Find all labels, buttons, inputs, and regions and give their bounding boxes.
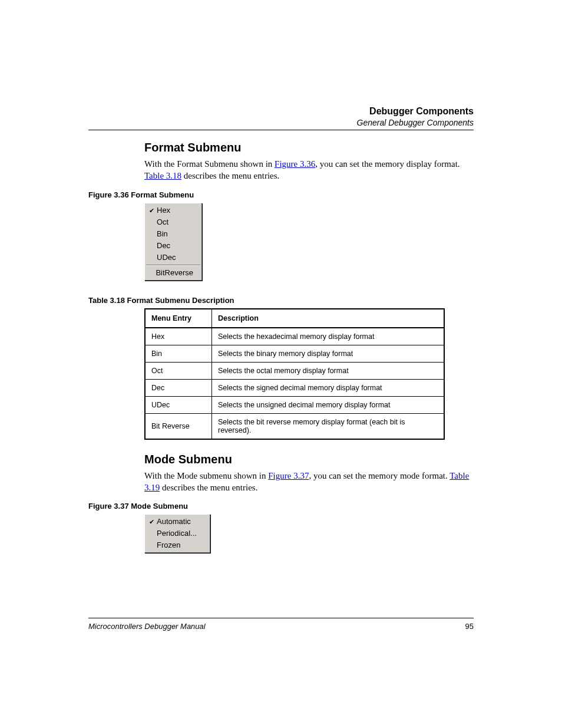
menu-item-label: Oct [157,217,168,228]
figure-3-36-caption: Figure 3.36 Format Submenu [88,190,474,199]
menu-item-frozen[interactable]: Frozen [145,539,210,551]
menu-item-label: Dec [157,241,170,251]
table-3-18-caption: Table 3.18 Format Submenu Description [88,296,474,305]
footer-manual-title: Microcontrollers Debugger Manual [88,622,206,631]
figure-3-37-caption: Figure 3.37 Mode Submenu [88,502,474,510]
text: , you can set the memory mode format. [309,471,449,480]
cell-desc: Selects the binary memory display format [212,345,445,362]
table-row: Hex Selects the hexadecimal memory displ… [145,328,444,345]
link-figure-3-36[interactable]: Figure 3.36 [275,159,315,169]
menu-item-label: Automatic [157,516,191,527]
menu-item-periodical[interactable]: Periodical... [145,528,210,539]
cell-desc: Selects the hexadecimal memory display f… [212,328,445,345]
menu-item-label: Periodical... [157,528,197,539]
text: With the Mode submenu shown in [144,471,268,480]
header-subtitle: General Debugger Components [88,118,474,127]
cell-entry: Dec [145,379,212,396]
col-header-desc: Description [212,309,445,328]
menu-item-label: Hex [157,205,170,216]
menu-item-label: UDec [157,252,176,263]
cell-desc: Selects the signed decimal memory displa… [212,379,445,396]
text: , you can set the memory display format. [315,159,459,169]
header-title: Debugger Components [88,106,474,117]
link-table-3-18[interactable]: Table 3.18 [144,171,181,180]
cell-desc: Selects the octal memory display format [212,362,445,379]
header-rule [88,130,474,130]
link-figure-3-37[interactable]: Figure 3.37 [268,471,309,480]
page-content: Debugger Components General Debugger Com… [88,106,474,645]
section1-paragraph: With the Format Submenu shown in Figure … [144,158,474,182]
check-icon: ✔ [147,516,156,527]
cell-entry: Oct [145,362,212,379]
menu-item-bin[interactable]: Bin [145,228,201,240]
text: describes the menu entries. [181,171,279,180]
table-row: Bit Reverse Selects the bit reverse memo… [145,413,444,439]
footer-page-number: 95 [465,622,474,631]
format-submenu-screenshot: ✔ Hex Oct Bin Dec UDec BitReve [144,203,202,281]
footer-rule [88,618,474,618]
menu-item-label: Frozen [157,540,180,551]
cell-desc: Selects the bit reverse memory display f… [212,413,445,439]
menu-item-udec[interactable]: UDec [145,252,201,263]
cell-entry: Bit Reverse [145,413,212,439]
menu-item-label: BitReverse [156,268,193,278]
menu-item-hex[interactable]: ✔ Hex [145,205,201,216]
menu-item-dec[interactable]: Dec [145,240,201,252]
text: With the Format Submenu shown in [144,159,275,169]
table-header-row: Menu Entry Description [145,309,444,328]
cell-entry: UDec [145,396,212,413]
menu-item-bitreverse[interactable]: BitReverse [145,267,201,279]
page-footer: Microcontrollers Debugger Manual 95 [88,618,474,631]
col-header-entry: Menu Entry [145,309,212,328]
mode-submenu-screenshot: ✔ Automatic Periodical... Frozen [144,514,210,553]
check-icon: ✔ [147,205,156,216]
menu-item-automatic[interactable]: ✔ Automatic [145,516,210,528]
section2-paragraph: With the Mode submenu shown in Figure 3.… [144,470,474,494]
section-heading-format: Format Submenu [144,141,474,154]
table-row: Dec Selects the signed decimal memory di… [145,379,444,396]
cell-desc: Selects the unsigned decimal memory disp… [212,396,445,413]
table-row: Oct Selects the octal memory display for… [145,362,444,379]
table-row: Bin Selects the binary memory display fo… [145,345,444,362]
menu-item-oct[interactable]: Oct [145,216,201,228]
text: describes the menu entries. [160,483,257,492]
cell-entry: Bin [145,345,212,362]
menu-item-label: Bin [157,229,168,239]
cell-entry: Hex [145,328,212,345]
format-submenu-table: Menu Entry Description Hex Selects the h… [144,308,445,440]
running-header: Debugger Components General Debugger Com… [88,106,474,127]
table-row: UDec Selects the unsigned decimal memory… [145,396,444,413]
section-heading-mode: Mode Submenu [144,453,474,466]
menu-separator [146,265,200,266]
